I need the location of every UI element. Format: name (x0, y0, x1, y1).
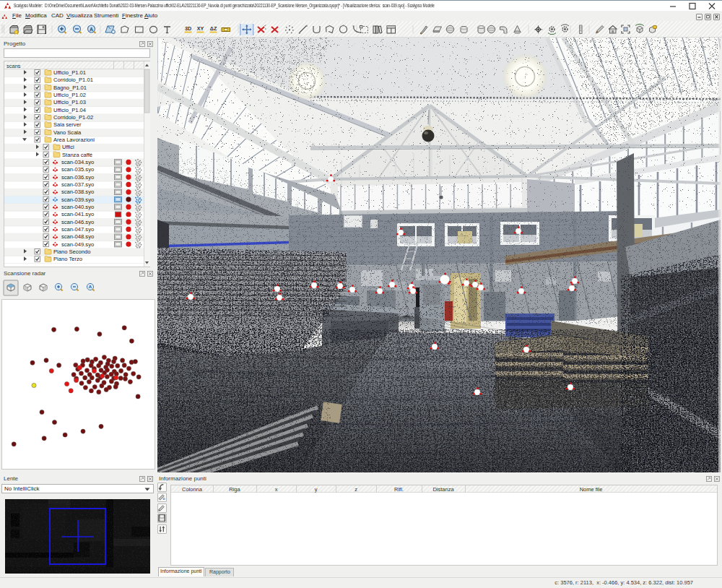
svg-text:Ufficio_P1.01: Ufficio_P1.01 (53, 69, 86, 76)
svg-text:Bagno_P1.01: Bagno_P1.01 (53, 85, 87, 91)
svg-text:Area Lavorazioni: Area Lavorazioni (53, 137, 95, 143)
svg-text:Corridoio_P1-02: Corridoio_P1-02 (53, 114, 93, 121)
svg-text:ΔZ: ΔZ (210, 25, 217, 32)
svg-text:scan-047.syo: scan-047.syo (61, 226, 94, 233)
svg-text:scan-048.syo: scan-048.syo (61, 233, 94, 240)
svg-text:scan-035.syo: scan-035.syo (61, 166, 94, 173)
svg-text:XY: XY (197, 25, 204, 32)
svg-text:Corridoio_P1.01: Corridoio_P1.01 (53, 77, 93, 83)
svg-text:A: A (89, 285, 92, 289)
svg-text:Sala server: Sala server (53, 121, 82, 128)
svg-text:Ufficio_P1.04: Ufficio_P1.04 (53, 107, 86, 113)
svg-text:scan-040.syo: scan-040.syo (61, 204, 94, 210)
svg-text:scan-038.syo: scan-038.syo (61, 189, 94, 195)
svg-text:scan-041.syo: scan-041.syo (61, 211, 94, 217)
svg-text:Ufficio_P1.02: Ufficio_P1.02 (53, 92, 86, 98)
svg-text:Ufficio_P1.03: Ufficio_P1.03 (53, 99, 86, 105)
svg-text:Uffici: Uffici (62, 144, 74, 150)
svg-text:A: A (90, 27, 93, 32)
svg-text:scan-049.syo: scan-049.syo (61, 241, 94, 248)
svg-text:scan-036.syo: scan-036.syo (61, 174, 94, 181)
svg-text:Vano Scala: Vano Scala (53, 129, 82, 136)
svg-text:o: o (162, 497, 165, 501)
svg-text:Stanza caffé: Stanza caffé (62, 152, 92, 158)
svg-text:scan-037.syo: scan-037.syo (61, 181, 94, 188)
svg-text:scan-034.syo: scan-034.syo (61, 159, 94, 165)
svg-text:Piano Secondo: Piano Secondo (53, 248, 91, 255)
svg-text:Piano Terzo: Piano Terzo (53, 256, 82, 262)
svg-text:scan-039.syo: scan-039.syo (61, 196, 94, 203)
svg-text:3D: 3D (185, 25, 191, 32)
svg-text:scan-046.syo: scan-046.syo (61, 219, 94, 225)
